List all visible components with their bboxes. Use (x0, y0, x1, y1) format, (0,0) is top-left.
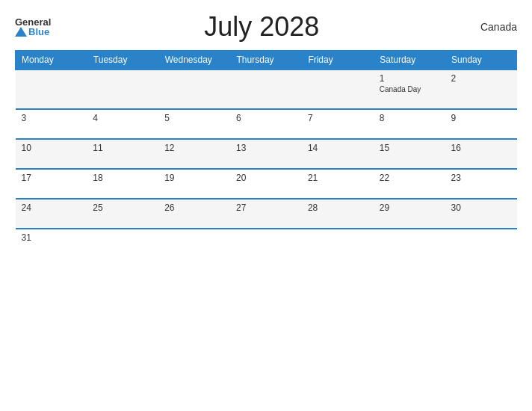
table-row (445, 229, 517, 258)
calendar-week-row: 24252627282930 (16, 199, 517, 229)
table-row: 10 (16, 139, 87, 169)
col-wednesday: Wednesday (158, 51, 230, 70)
table-row: 26 (158, 199, 230, 229)
table-row: 6 (230, 109, 302, 139)
calendar-week-row: 3456789 (16, 109, 517, 139)
day-number: 6 (236, 113, 296, 123)
table-row: 12 (158, 139, 230, 169)
calendar-title: July 2028 (51, 11, 472, 43)
calendar-week-row: 31 (16, 229, 517, 258)
table-row: 30 (445, 199, 517, 229)
day-number: 12 (164, 143, 224, 153)
table-row: 24 (16, 199, 87, 229)
table-row: 1Canada Day (374, 69, 445, 109)
table-row (158, 229, 230, 258)
day-number: 20 (236, 173, 296, 183)
table-row: 16 (445, 139, 517, 169)
day-number: 28 (308, 203, 368, 213)
table-row: 5 (158, 109, 230, 139)
table-row: 25 (87, 199, 158, 229)
day-number: 4 (93, 113, 152, 123)
day-number: 30 (451, 203, 511, 213)
col-monday: Monday (16, 51, 87, 70)
table-row: 27 (230, 199, 302, 229)
day-number: 21 (308, 173, 368, 183)
day-number: 31 (22, 232, 81, 243)
day-number: 2 (451, 73, 511, 84)
table-row (230, 229, 302, 258)
calendar-header-row: Monday Tuesday Wednesday Thursday Friday… (16, 51, 517, 70)
day-number: 24 (22, 203, 81, 213)
table-row: 28 (302, 199, 374, 229)
day-number: 17 (22, 173, 81, 183)
table-row: 20 (230, 169, 302, 199)
table-row: 14 (302, 139, 374, 169)
table-row (302, 229, 374, 258)
day-number: 13 (236, 143, 296, 153)
table-row: 3 (16, 109, 87, 139)
event-label: Canada Day (380, 85, 439, 93)
day-number: 25 (93, 203, 152, 213)
table-row: 2 (445, 69, 517, 109)
day-number: 23 (451, 173, 511, 183)
logo-triangle-icon (15, 27, 27, 37)
table-row: 21 (302, 169, 374, 199)
day-number: 16 (451, 143, 511, 153)
logo: General Blue (15, 17, 51, 37)
table-row: 4 (87, 109, 158, 139)
calendar-week-row: 1Canada Day2 (16, 69, 517, 109)
calendar-week-row: 10111213141516 (16, 139, 517, 169)
day-number: 1 (380, 73, 439, 84)
calendar-page: General Blue July 2028 Canada Monday Tue… (0, 0, 532, 411)
country-label: Canada (472, 21, 517, 33)
day-number: 15 (380, 143, 439, 153)
table-row (374, 229, 445, 258)
day-number: 29 (380, 203, 439, 213)
col-friday: Friday (302, 51, 374, 70)
col-thursday: Thursday (230, 51, 302, 70)
col-sunday: Sunday (445, 51, 517, 70)
day-number: 3 (22, 113, 81, 123)
table-row: 19 (158, 169, 230, 199)
day-number: 8 (380, 113, 439, 123)
day-number: 22 (380, 173, 439, 183)
table-row: 8 (374, 109, 445, 139)
day-number: 19 (164, 173, 224, 183)
table-row (87, 69, 158, 109)
table-row: 18 (87, 169, 158, 199)
col-saturday: Saturday (374, 51, 445, 70)
day-number: 18 (93, 173, 152, 183)
table-row: 13 (230, 139, 302, 169)
table-row: 29 (374, 199, 445, 229)
table-row: 9 (445, 109, 517, 139)
header: General Blue July 2028 Canada (15, 11, 517, 43)
table-row: 7 (302, 109, 374, 139)
calendar-week-row: 17181920212223 (16, 169, 517, 199)
day-number: 7 (308, 113, 368, 123)
col-tuesday: Tuesday (87, 51, 158, 70)
table-row (230, 69, 302, 109)
day-number: 14 (308, 143, 368, 153)
table-row: 15 (374, 139, 445, 169)
table-row (87, 229, 158, 258)
day-number: 5 (164, 113, 224, 123)
calendar-table: Monday Tuesday Wednesday Thursday Friday… (15, 50, 517, 258)
logo-blue-text: Blue (15, 27, 49, 37)
day-number: 9 (451, 113, 511, 123)
table-row (158, 69, 230, 109)
table-row: 17 (16, 169, 87, 199)
table-row (302, 69, 374, 109)
day-number: 11 (93, 143, 152, 153)
table-row (16, 69, 87, 109)
day-number: 10 (22, 143, 81, 153)
table-row: 22 (374, 169, 445, 199)
day-number: 26 (164, 203, 224, 213)
table-row: 23 (445, 169, 517, 199)
table-row: 11 (87, 139, 158, 169)
table-row: 31 (16, 229, 87, 258)
day-number: 27 (236, 203, 296, 213)
